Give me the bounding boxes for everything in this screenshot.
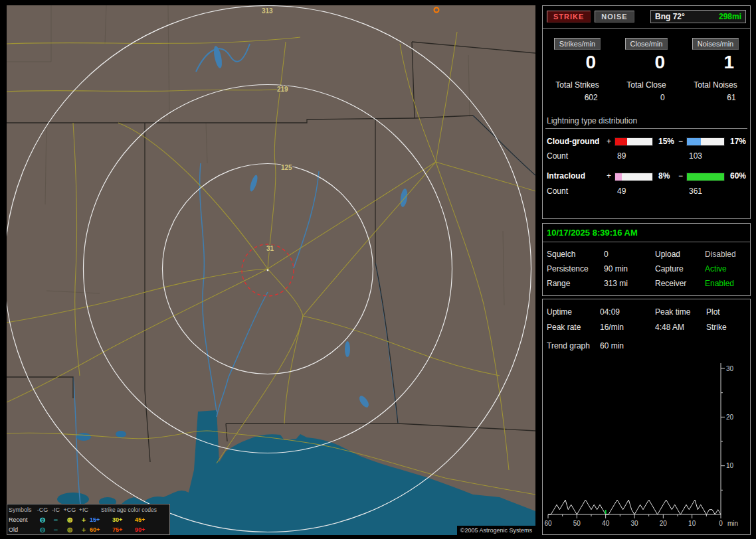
cg-negative-count: 103 (686, 151, 727, 161)
county-borders (7, 5, 504, 305)
trend-graph-row: Trend graph 60 min (543, 341, 750, 350)
bearing-display: Bng 72° 298mi (650, 10, 746, 23)
count-label: Count (547, 151, 607, 161)
close-per-min-button[interactable]: Close/min (625, 38, 668, 50)
status-panel: 10/17/2025 8:39:16 AM Squelch 0 Upload D… (542, 223, 751, 296)
age-45: 45+ (135, 516, 157, 523)
persistence-value: 90 min (604, 264, 655, 273)
stats-panel: Uptime 04:09 Peak time Plot Peak rate 16… (542, 299, 751, 535)
total-close-value: 0 (626, 93, 666, 102)
status-grid: Squelch 0 Upload Disabled Persistence 90… (543, 242, 750, 288)
pos-cg-old-icon: ⊕ (62, 526, 78, 533)
noises-per-min-button[interactable]: Noises/min (692, 38, 739, 50)
legend-age-header: Strike age color codes (90, 506, 168, 513)
receiver-label: Receiver (655, 279, 705, 288)
total-noises-value: 61 (694, 93, 737, 102)
trend-graph: 1020300102030405060min (544, 356, 747, 532)
count-label: Count (547, 187, 607, 196)
ic-negative-percent: 60% (727, 171, 746, 181)
total-strikes-value: 602 (555, 93, 599, 102)
map-legend: Symbols -CG -IC +CG +IC Strike age color… (7, 504, 170, 535)
plot-label: Plot (706, 307, 746, 317)
cloud-ground-row: Cloud-ground + 15% − 17% (543, 137, 750, 146)
cg-positive-count: 89 (614, 151, 656, 161)
range-value: 313 mi (604, 279, 655, 288)
svg-text:0: 0 (719, 520, 723, 527)
strikes-per-min-button[interactable]: Strikes/min (554, 38, 601, 50)
peak-rate-label: Peak rate (547, 323, 600, 332)
peak-time-value: 4:48 AM (655, 323, 706, 332)
uptime-label: Uptime (547, 307, 600, 317)
legend-col-neg-ic: -IC (50, 506, 62, 513)
age-30: 30+ (112, 516, 135, 523)
age-15: 15+ (90, 516, 112, 523)
distribution-header: Lightning type distribution (545, 116, 747, 129)
legend-recent-label: Recent (9, 516, 35, 523)
total-strikes-label: Total Strikes (555, 80, 599, 90)
ic-positive-percent: 8% (656, 171, 678, 181)
peak-rate-value: 16/min (600, 323, 655, 332)
neg-cg-recent-icon: ⊖ (35, 516, 50, 523)
cloud-ground-label: Cloud-ground (547, 137, 607, 146)
svg-text:40: 40 (602, 520, 610, 527)
cg-positive-percent: 15% (656, 137, 678, 146)
uptime-value: 04:09 (600, 307, 655, 317)
ic-positive-count: 49 (614, 187, 656, 196)
svg-text:50: 50 (573, 520, 581, 527)
peak-time-label: Peak time (655, 307, 706, 317)
rate-values-row: 0 0 1 (543, 52, 750, 72)
cloud-ground-count-row: Count 89 103 (543, 151, 750, 161)
copyright-text: ©2005 Astrogenic Systems (457, 526, 535, 535)
receiver-value: Enabled (705, 279, 746, 288)
receiver-center-dot (267, 270, 269, 271)
map-view: 313 219 125 31 Symbols -CG -IC +CG +IC S… (7, 5, 535, 535)
plus-sign: + (607, 171, 614, 181)
total-close-label: Total Close (626, 80, 666, 90)
legend-old-label: Old (9, 526, 35, 533)
datetime-display: 10/17/2025 8:39:16 AM (543, 224, 750, 242)
legend-symbols-header: Symbols (9, 506, 35, 513)
range-label-313: 313 (262, 7, 273, 15)
strikes-per-min-value: 0 (585, 52, 596, 72)
app-window: 313 219 125 31 Symbols -CG -IC +CG +IC S… (0, 0, 756, 539)
squelch-label: Squelch (547, 250, 604, 259)
capture-value: Active (705, 264, 746, 273)
svg-text:20: 20 (726, 414, 734, 421)
range-label-125: 125 (281, 164, 292, 171)
intracloud-label: Intracloud (547, 171, 607, 181)
svg-text:min: min (727, 520, 738, 527)
svg-text:30: 30 (726, 365, 734, 372)
cg-negative-percent: 17% (727, 137, 746, 146)
range-ring-labels: 313 219 125 31 (262, 7, 292, 252)
upload-value: Disabled (705, 250, 746, 259)
cg-negative-bar (686, 137, 725, 146)
neg-ic-old-icon: − (50, 526, 62, 533)
highways (7, 32, 535, 495)
noise-mode-button[interactable]: NOISE (595, 11, 634, 23)
close-per-min-value: 0 (654, 52, 665, 72)
rate-buttons-row: Strikes/min Close/min Noises/min (543, 37, 750, 50)
ic-negative-count: 361 (686, 187, 727, 196)
pos-ic-recent-icon: + (78, 516, 90, 523)
upload-label: Upload (655, 250, 705, 259)
ic-positive-bar (614, 173, 653, 181)
persistence-label: Persistence (547, 264, 604, 273)
legend-col-neg-cg: -CG (35, 506, 50, 513)
svg-text:10: 10 (688, 520, 696, 527)
neg-ic-recent-icon: − (50, 516, 62, 523)
mode-toolbar: STRIKE NOISE Bng 72° 298mi (543, 6, 750, 29)
strike-mode-button[interactable]: STRIKE (547, 11, 591, 23)
counters-panel: STRIKE NOISE Bng 72° 298mi Strikes/min C… (542, 5, 751, 219)
age-75: 75+ (112, 526, 135, 533)
intracloud-count-row: Count 49 361 (543, 187, 750, 196)
svg-text:60: 60 (544, 520, 552, 527)
strike-symbol (434, 8, 439, 13)
range-rings (7, 6, 531, 532)
age-90: 90+ (135, 526, 157, 533)
noises-per-min-value: 1 (723, 52, 734, 72)
cg-positive-bar (614, 137, 653, 146)
minus-sign: − (678, 137, 686, 146)
range-label-31: 31 (266, 245, 274, 252)
plus-sign: + (607, 137, 614, 146)
bearing-distance: 298mi (719, 12, 741, 21)
